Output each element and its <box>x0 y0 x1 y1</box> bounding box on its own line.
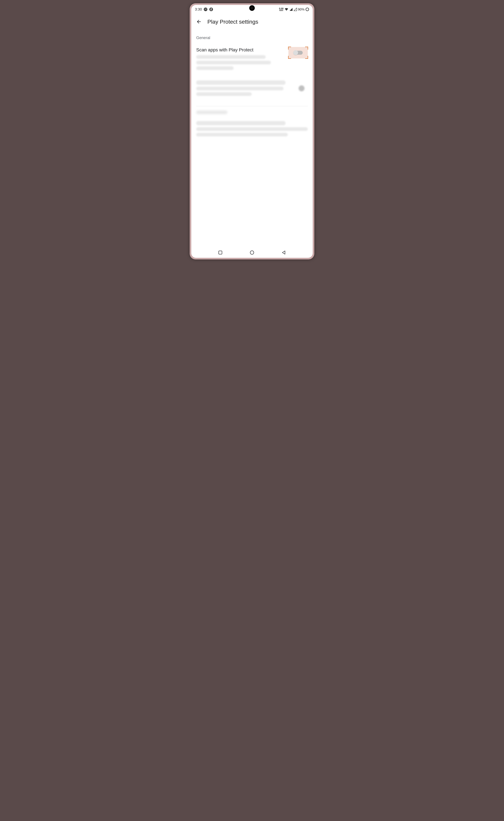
nav-home-button[interactable] <box>248 249 256 256</box>
page-title: Play Protect settings <box>207 19 258 25</box>
scan-apps-toggle-highlight[interactable] <box>288 47 308 58</box>
arrow-left-icon <box>196 19 202 24</box>
setting-scan-apps-title: Scan apps with Play Protect <box>196 47 285 53</box>
svg-rect-3 <box>219 251 222 254</box>
status-left: 3:30 <box>195 7 213 11</box>
back-button[interactable] <box>195 18 203 26</box>
section-blurred-label <box>191 109 313 117</box>
screen: 3:30 0.00 KB/S <box>191 5 313 258</box>
facebook-icon <box>209 7 213 11</box>
clock: 3:30 <box>195 7 202 11</box>
nav-recents-button[interactable] <box>217 249 224 256</box>
scan-apps-toggle[interactable] <box>294 51 303 55</box>
nav-back-button[interactable] <box>280 249 287 256</box>
setting-scan-apps-description-blurred <box>196 55 285 70</box>
triangle-back-icon <box>281 250 286 255</box>
setting-scan-apps-text: Scan apps with Play Protect <box>196 47 285 72</box>
data-rate-value: 0.00 <box>279 7 283 10</box>
data-rate-unit: KB/S <box>279 10 283 11</box>
setting-blurred-2-text <box>196 121 308 138</box>
nav-bar <box>191 247 313 258</box>
data-saver-icon <box>305 8 309 11</box>
phone-frame: 3:30 0.00 KB/S <box>190 3 314 260</box>
setting-scan-apps[interactable]: Scan apps with Play Protect <box>191 43 313 77</box>
circle-icon <box>250 250 254 255</box>
wifi-icon <box>284 8 288 11</box>
front-camera <box>249 5 255 11</box>
setting-blurred-1-text <box>196 80 295 98</box>
svg-point-2 <box>306 8 309 11</box>
signal-secondary-icon <box>294 8 297 11</box>
signal-icon <box>289 8 293 11</box>
app-header: Play Protect settings <box>191 14 313 30</box>
battery-percent: 90% <box>298 8 305 11</box>
messenger-icon <box>204 7 208 11</box>
setting-row-blurred-1[interactable] <box>191 77 313 103</box>
svg-point-4 <box>250 251 254 254</box>
content: General Scan apps with Play Protect <box>191 30 313 143</box>
toggle-thumb <box>293 50 298 55</box>
setting-row-blurred-2[interactable] <box>191 117 313 143</box>
data-rate: 0.00 KB/S <box>279 7 283 11</box>
square-icon <box>218 251 222 255</box>
setting-blurred-1-toggle[interactable] <box>299 85 305 91</box>
section-general-label: General <box>191 32 313 43</box>
status-right: 0.00 KB/S 90% <box>279 7 309 11</box>
